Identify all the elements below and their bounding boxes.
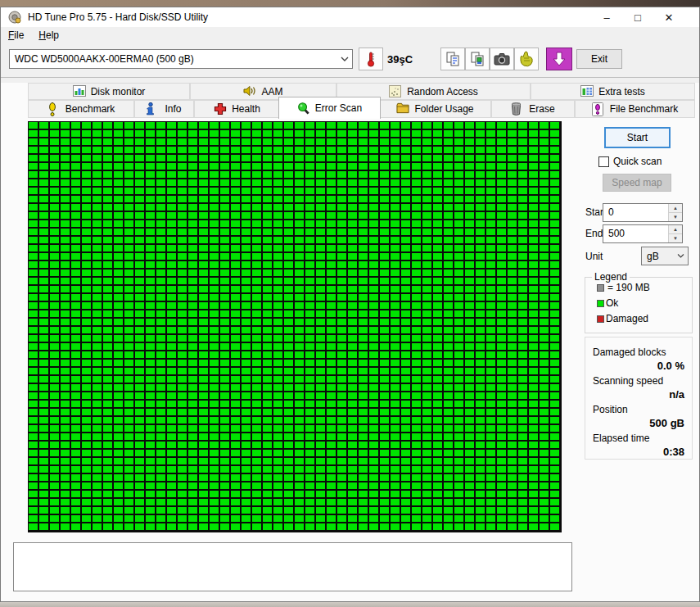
- legend-damaged: Damaged: [597, 313, 692, 324]
- hand-icon: [519, 51, 534, 67]
- start-position-input[interactable]: 0 ▲ ▼: [603, 203, 683, 222]
- menu-file[interactable]: File: [1, 28, 31, 43]
- health-cross-icon: [214, 102, 227, 116]
- tab-disk-monitor[interactable]: Disk monitor: [28, 83, 190, 100]
- quick-scan-label: Quick scan: [613, 156, 662, 167]
- unit-field-label: Unit: [585, 251, 603, 262]
- benchmark-icon: [47, 102, 61, 116]
- stat-label: Scanning speed: [593, 375, 684, 387]
- copy-text-button[interactable]: [440, 48, 465, 70]
- tab-info[interactable]: Info: [134, 100, 194, 118]
- end-position-value: 500: [603, 225, 668, 242]
- desktop-background: [0, 0, 700, 7]
- tab-label: Erase: [529, 103, 554, 115]
- temperature-value: 39şC: [387, 53, 413, 66]
- tab-label: File Benchmark: [610, 103, 678, 115]
- spin-down-icon[interactable]: ▼: [669, 213, 682, 221]
- tab-error-scan[interactable]: Error Scan: [278, 97, 381, 119]
- tab-label: Benchmark: [65, 103, 115, 115]
- unit-select[interactable]: gB: [641, 247, 689, 265]
- app-icon: [8, 11, 22, 25]
- tab-label: Error Scan: [315, 102, 362, 114]
- donate-button[interactable]: [514, 48, 539, 70]
- exit-label: Exit: [591, 53, 607, 65]
- trash-icon: [511, 102, 524, 116]
- copy-image-icon: [469, 51, 485, 67]
- tab-label: Extra tests: [598, 86, 645, 97]
- title-bar[interactable]: HD Tune Pro 5.75 - Hard Disk/SSD Utility…: [1, 7, 699, 27]
- scan-stats-panel: Damaged blocks 0.0 % Scanning speed n/a …: [585, 337, 693, 460]
- end-field-label: End: [585, 228, 603, 239]
- tab-label: Random Access: [407, 86, 478, 97]
- tab-label: Info: [165, 103, 181, 115]
- damaged-swatch: [597, 315, 604, 323]
- spin-up-icon[interactable]: ▲: [669, 204, 682, 213]
- tab-label: Folder Usage: [414, 103, 473, 115]
- screenshot-button[interactable]: [490, 48, 514, 70]
- stat-label: Damaged blocks: [593, 347, 684, 358]
- tab-label: Health: [232, 103, 260, 115]
- stat-value: 0.0 %: [593, 360, 684, 372]
- unit-select-value: gB: [642, 251, 673, 262]
- tab-folder-usage[interactable]: Folder Usage: [379, 100, 491, 118]
- stat-label: Position: [593, 404, 684, 415]
- speaker-icon: [243, 85, 256, 98]
- quick-scan-option[interactable]: Quick scan: [598, 156, 662, 167]
- legend-ok-label: Ok: [606, 297, 618, 309]
- spin-up-icon[interactable]: ▲: [669, 225, 682, 234]
- legend-damaged-label: Damaged: [606, 313, 648, 324]
- app-window: HD Tune Pro 5.75 - Hard Disk/SSD Utility…: [0, 7, 700, 602]
- scan-grid: [28, 121, 562, 532]
- desktop-background-bottom: [0, 602, 700, 607]
- tab-benchmark[interactable]: Benchmark: [28, 100, 134, 118]
- speed-map-label: Speed map: [612, 177, 662, 188]
- tab-extra-tests[interactable]: Extra tests: [531, 83, 695, 100]
- stat-value: 500 gB: [593, 417, 684, 429]
- drive-select[interactable]: WDC WD5000AAKX-00ERMA0 (500 gB): [9, 49, 353, 69]
- stat-value: 0:38: [593, 446, 684, 458]
- end-position-input[interactable]: 500 ▲ ▼: [603, 224, 683, 243]
- temperature-button[interactable]: [359, 48, 383, 70]
- quick-scan-checkbox[interactable]: [598, 156, 609, 167]
- close-icon: ✕: [665, 11, 674, 24]
- toolbar: WDC WD5000AAKX-00ERMA0 (500 gB) 39şC: [1, 43, 699, 78]
- folder-icon: [396, 102, 409, 116]
- spin-down-icon[interactable]: ▼: [669, 234, 682, 242]
- legend-group: Legend = 190 MB Ok Damaged: [585, 277, 693, 333]
- window-title: HD Tune Pro 5.75 - Hard Disk/SSD Utility: [28, 11, 208, 23]
- magnifier-icon: [297, 102, 310, 115]
- copy-image-button[interactable]: [465, 48, 490, 70]
- legend-block-label: = 190 MB: [607, 282, 650, 293]
- chevron-down-icon: [673, 254, 688, 258]
- download-arrow-icon: [553, 52, 566, 66]
- tab-file-benchmark[interactable]: File Benchmark: [575, 100, 695, 118]
- legend-ok: Ok: [597, 297, 692, 309]
- copy-text-icon: [445, 51, 461, 67]
- maximize-icon: □: [635, 11, 641, 24]
- menu-help[interactable]: Help: [31, 28, 66, 43]
- close-button[interactable]: ✕: [653, 7, 684, 27]
- exit-button[interactable]: Exit: [576, 49, 622, 69]
- random-access-icon: [389, 85, 402, 98]
- menu-bar: File Help: [1, 27, 699, 43]
- maximize-button[interactable]: □: [622, 7, 653, 27]
- info-icon: [147, 102, 160, 116]
- minimize-icon: –: [603, 11, 609, 24]
- start-position-value: 0: [603, 204, 668, 221]
- stat-value: n/a: [593, 388, 684, 401]
- chevron-down-icon: [337, 57, 352, 61]
- file-benchmark-icon: [592, 102, 605, 116]
- block-swatch: [597, 284, 604, 292]
- tab-erase[interactable]: Erase: [491, 100, 575, 118]
- tab-label: Disk monitor: [91, 86, 146, 97]
- start-scan-button[interactable]: Start: [604, 127, 671, 148]
- ok-swatch: [597, 300, 604, 307]
- drive-select-value: WDC WD5000AAKX-00ERMA0 (500 gB): [10, 53, 337, 65]
- minimize-button[interactable]: –: [591, 7, 622, 27]
- speed-map-button: Speed map: [603, 174, 671, 192]
- tab-label: AAM: [261, 86, 282, 97]
- camera-icon: [494, 52, 510, 66]
- tab-health[interactable]: Health: [194, 100, 280, 118]
- extra-tests-icon: [580, 85, 594, 98]
- update-download-button[interactable]: [546, 48, 572, 70]
